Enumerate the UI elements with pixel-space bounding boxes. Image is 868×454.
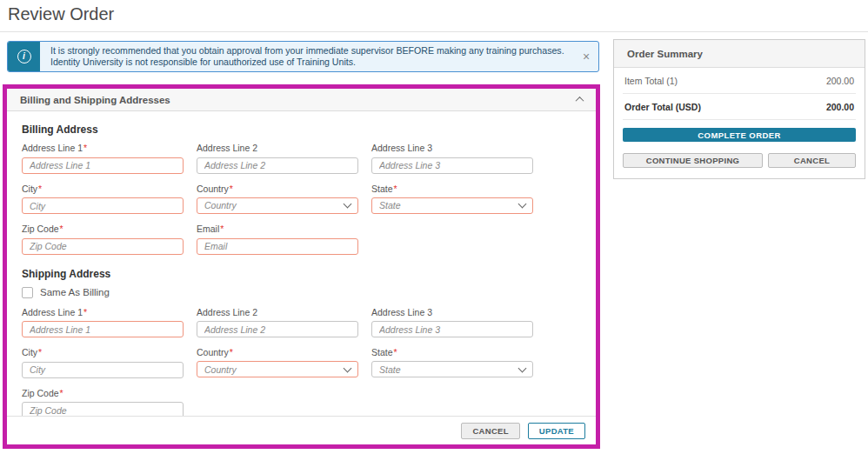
shipping-address3-field: Address Line 3: [371, 307, 533, 338]
shipping-state-select[interactable]: State: [371, 361, 533, 377]
banner-message: It is strongly recommended that you obta…: [40, 42, 574, 71]
billing-shipping-panel: Billing and Shipping Addresses Billing A…: [3, 84, 600, 449]
billing-city-field: City*: [22, 184, 184, 215]
billing-country-select[interactable]: Country: [197, 197, 358, 214]
field-label: Address Line 1: [22, 307, 83, 317]
billing-state-field: State* State: [371, 184, 533, 215]
close-icon[interactable]: ×: [574, 42, 598, 71]
required-asterisk: *: [60, 388, 63, 398]
billing-country-field: Country* Country: [197, 184, 358, 215]
form-footer: CANCEL UPDATE: [7, 416, 596, 444]
info-icon: i: [17, 50, 31, 63]
billing-email-input[interactable]: [197, 238, 358, 255]
shipping-country-field: Country* Country: [197, 347, 358, 378]
field-label: Email: [197, 224, 219, 234]
order-total-label: Order Total (USD): [624, 102, 701, 112]
shipping-state-field: State* State: [371, 347, 533, 378]
field-label: Country: [197, 347, 229, 357]
billing-address-heading: Billing Address: [22, 124, 581, 136]
same-as-billing-checkbox[interactable]: [22, 287, 33, 298]
field-label: City: [22, 347, 37, 357]
required-asterisk: *: [394, 184, 397, 194]
required-asterisk: *: [220, 224, 224, 234]
field-label: State: [371, 184, 393, 194]
shipping-country-select[interactable]: Country: [197, 361, 358, 377]
field-label: Address Line 3: [371, 307, 533, 318]
billing-address2-field: Address Line 2: [197, 143, 358, 174]
shipping-city-field: City*: [22, 347, 184, 378]
billing-address3-field: Address Line 3: [371, 143, 533, 174]
chevron-down-icon: [518, 364, 527, 372]
field-label: Zip Code: [22, 224, 59, 234]
same-as-billing-row: Same As Billing: [22, 287, 581, 298]
required-asterisk: *: [83, 143, 87, 153]
required-asterisk: *: [38, 184, 42, 194]
field-label: Zip Code: [22, 388, 59, 398]
item-total-label: Item Total (1): [624, 76, 678, 86]
field-label: Address Line 2: [197, 143, 358, 154]
info-icon-box: i: [8, 42, 40, 71]
update-button[interactable]: UPDATE: [528, 423, 585, 439]
billing-address1-field: Address Line 1*: [22, 143, 184, 174]
order-summary-title: Order Summary: [614, 40, 865, 68]
required-asterisk: *: [230, 184, 233, 194]
shipping-address1-input[interactable]: [22, 321, 184, 337]
chevron-down-icon: [344, 200, 352, 209]
chevron-up-icon[interactable]: [576, 97, 584, 105]
required-asterisk: *: [60, 224, 63, 234]
complete-order-button[interactable]: COMPLETE ORDER: [623, 128, 856, 142]
billing-zip-field: Zip Code*: [22, 224, 184, 255]
title-divider: [0, 31, 868, 32]
required-asterisk: *: [83, 307, 87, 317]
field-label: Address Line 1: [22, 143, 83, 153]
shipping-address-heading: Shipping Address: [22, 268, 581, 280]
billing-state-select[interactable]: State: [371, 197, 533, 214]
required-asterisk: *: [38, 347, 42, 357]
shipping-city-input[interactable]: [22, 362, 184, 378]
field-label: State: [371, 347, 393, 357]
order-total-value: 200.00: [826, 102, 854, 112]
order-total-row: Order Total (USD) 200.00: [623, 94, 856, 120]
billing-zip-input[interactable]: [22, 238, 184, 255]
cancel-order-button[interactable]: CANCEL: [768, 153, 856, 168]
field-label: Country: [197, 184, 229, 194]
field-label: City: [22, 184, 37, 194]
same-as-billing-label: Same As Billing: [40, 287, 110, 297]
billing-address3-input[interactable]: [371, 157, 533, 174]
billing-city-input[interactable]: [22, 197, 184, 214]
order-summary-panel: Order Summary Item Total (1) 200.00 Orde…: [613, 39, 865, 179]
item-total-value: 200.00: [826, 76, 854, 86]
required-asterisk: *: [230, 347, 233, 357]
panel-title: Billing and Shipping Addresses: [20, 95, 577, 105]
field-label: Address Line 3: [371, 143, 533, 154]
shipping-address2-field: Address Line 2: [197, 307, 358, 338]
shipping-address2-input[interactable]: [197, 321, 358, 337]
shipping-address3-input[interactable]: [371, 321, 533, 337]
page-title: Review Order: [8, 4, 114, 24]
required-asterisk: *: [394, 347, 397, 357]
shipping-address1-field: Address Line 1*: [22, 307, 184, 338]
field-label: Address Line 2: [197, 307, 358, 318]
cancel-button[interactable]: CANCEL: [461, 423, 519, 439]
shipping-zip-field: Zip Code*: [22, 388, 184, 419]
chevron-down-icon: [518, 200, 527, 209]
billing-address1-input[interactable]: [22, 157, 184, 174]
continue-shopping-button[interactable]: CONTINUE SHOPPING: [623, 153, 763, 168]
billing-email-field: Email*: [197, 224, 358, 255]
chevron-down-icon: [344, 364, 352, 372]
info-banner: i It is strongly recommended that you ob…: [7, 41, 599, 72]
item-total-row: Item Total (1) 200.00: [623, 68, 856, 94]
billing-address2-input[interactable]: [197, 157, 358, 174]
panel-header[interactable]: Billing and Shipping Addresses: [7, 89, 596, 111]
